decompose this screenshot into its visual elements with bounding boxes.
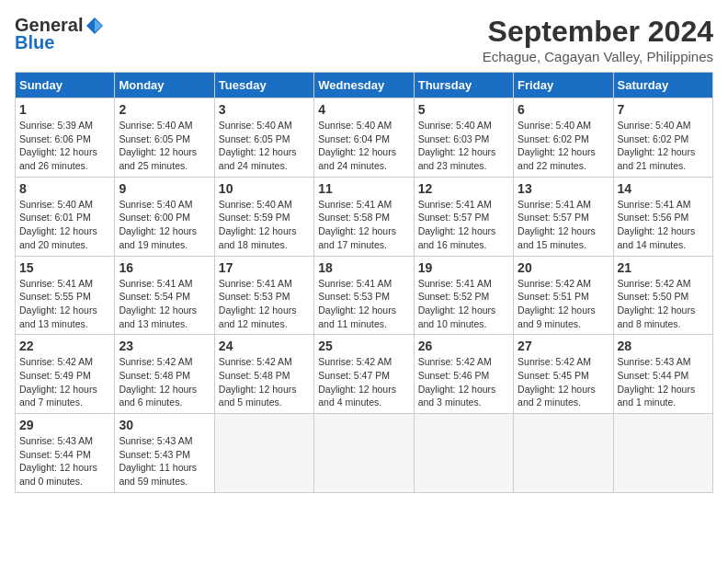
- day-number: 20: [518, 260, 609, 275]
- location-subtitle: Echague, Cagayan Valley, Philippines: [483, 49, 713, 64]
- day-info: Sunrise: 5:40 AM Sunset: 6:04 PM Dayligh…: [318, 119, 409, 173]
- day-info: Sunrise: 5:41 AM Sunset: 5:57 PM Dayligh…: [418, 198, 509, 252]
- header: General Blue September 2024 Echague, Cag…: [15, 15, 713, 64]
- day-info: Sunrise: 5:42 AM Sunset: 5:48 PM Dayligh…: [219, 355, 310, 409]
- week-row-5: 29Sunrise: 5:43 AM Sunset: 5:44 PM Dayli…: [16, 414, 713, 493]
- day-number: 18: [318, 260, 409, 275]
- calendar-cell: 13Sunrise: 5:41 AM Sunset: 5:57 PM Dayli…: [514, 177, 613, 256]
- calendar-cell: 5Sunrise: 5:40 AM Sunset: 6:03 PM Daylig…: [414, 98, 513, 178]
- day-info: Sunrise: 5:40 AM Sunset: 6:03 PM Dayligh…: [418, 119, 509, 173]
- day-info: Sunrise: 5:39 AM Sunset: 6:06 PM Dayligh…: [19, 119, 110, 173]
- day-info: Sunrise: 5:42 AM Sunset: 5:51 PM Dayligh…: [518, 277, 609, 331]
- day-info: Sunrise: 5:40 AM Sunset: 6:01 PM Dayligh…: [19, 198, 110, 252]
- day-number: 7: [618, 102, 709, 117]
- weekday-header-friday: Friday: [514, 73, 613, 98]
- calendar-cell: 19Sunrise: 5:41 AM Sunset: 5:52 PM Dayli…: [414, 256, 513, 335]
- day-info: Sunrise: 5:43 AM Sunset: 5:44 PM Dayligh…: [19, 434, 110, 488]
- calendar-cell: [613, 414, 712, 493]
- calendar: SundayMondayTuesdayWednesdayThursdayFrid…: [15, 72, 713, 493]
- calendar-cell: 14Sunrise: 5:41 AM Sunset: 5:56 PM Dayli…: [613, 177, 712, 256]
- calendar-body: 1Sunrise: 5:39 AM Sunset: 6:06 PM Daylig…: [16, 98, 713, 493]
- calendar-cell: 4Sunrise: 5:40 AM Sunset: 6:04 PM Daylig…: [314, 98, 414, 178]
- day-info: Sunrise: 5:40 AM Sunset: 6:02 PM Dayligh…: [518, 119, 609, 173]
- weekday-header-saturday: Saturday: [613, 73, 712, 98]
- calendar-cell: [314, 414, 414, 493]
- calendar-cell: 21Sunrise: 5:42 AM Sunset: 5:50 PM Dayli…: [613, 256, 712, 335]
- day-number: 14: [618, 181, 709, 196]
- weekday-header-wednesday: Wednesday: [314, 73, 414, 98]
- day-number: 19: [418, 260, 509, 275]
- day-number: 28: [618, 339, 709, 353]
- day-info: Sunrise: 5:42 AM Sunset: 5:49 PM Dayligh…: [19, 355, 110, 409]
- day-number: 10: [219, 181, 310, 196]
- calendar-cell: [414, 414, 513, 493]
- day-info: Sunrise: 5:42 AM Sunset: 5:50 PM Dayligh…: [618, 277, 709, 331]
- month-title: September 2024: [483, 15, 713, 49]
- day-number: 23: [119, 339, 210, 353]
- calendar-cell: 29Sunrise: 5:43 AM Sunset: 5:44 PM Dayli…: [16, 414, 115, 493]
- calendar-cell: 3Sunrise: 5:40 AM Sunset: 6:05 PM Daylig…: [214, 98, 313, 178]
- logo-icon: [85, 16, 105, 36]
- day-number: 16: [119, 260, 210, 275]
- day-number: 27: [518, 339, 609, 353]
- calendar-cell: 18Sunrise: 5:41 AM Sunset: 5:53 PM Dayli…: [314, 256, 414, 335]
- weekday-header-tuesday: Tuesday: [214, 73, 313, 98]
- calendar-cell: 8Sunrise: 5:40 AM Sunset: 6:01 PM Daylig…: [16, 177, 115, 256]
- day-number: 21: [618, 260, 709, 275]
- day-number: 5: [418, 102, 509, 117]
- week-row-4: 22Sunrise: 5:42 AM Sunset: 5:49 PM Dayli…: [16, 335, 713, 414]
- logo: General Blue: [15, 15, 105, 53]
- calendar-cell: 1Sunrise: 5:39 AM Sunset: 6:06 PM Daylig…: [16, 98, 115, 178]
- day-number: 8: [19, 181, 110, 196]
- day-number: 4: [318, 102, 409, 117]
- weekday-header-thursday: Thursday: [414, 73, 513, 98]
- calendar-cell: 22Sunrise: 5:42 AM Sunset: 5:49 PM Dayli…: [16, 335, 115, 414]
- day-number: 9: [119, 181, 210, 196]
- week-row-3: 15Sunrise: 5:41 AM Sunset: 5:55 PM Dayli…: [16, 256, 713, 335]
- day-number: 26: [418, 339, 509, 353]
- calendar-cell: 16Sunrise: 5:41 AM Sunset: 5:54 PM Dayli…: [115, 256, 214, 335]
- weekday-header-sunday: Sunday: [16, 73, 115, 98]
- day-info: Sunrise: 5:41 AM Sunset: 5:58 PM Dayligh…: [318, 198, 409, 252]
- calendar-cell: 10Sunrise: 5:40 AM Sunset: 5:59 PM Dayli…: [214, 177, 313, 256]
- day-info: Sunrise: 5:41 AM Sunset: 5:52 PM Dayligh…: [418, 277, 509, 331]
- day-number: 6: [518, 102, 609, 117]
- day-info: Sunrise: 5:41 AM Sunset: 5:57 PM Dayligh…: [518, 198, 609, 252]
- day-info: Sunrise: 5:42 AM Sunset: 5:47 PM Dayligh…: [318, 355, 409, 409]
- day-info: Sunrise: 5:42 AM Sunset: 5:45 PM Dayligh…: [518, 355, 609, 409]
- calendar-cell: 12Sunrise: 5:41 AM Sunset: 5:57 PM Dayli…: [414, 177, 513, 256]
- week-row-1: 1Sunrise: 5:39 AM Sunset: 6:06 PM Daylig…: [16, 98, 713, 178]
- day-info: Sunrise: 5:42 AM Sunset: 5:48 PM Dayligh…: [119, 355, 210, 409]
- calendar-cell: 17Sunrise: 5:41 AM Sunset: 5:53 PM Dayli…: [214, 256, 313, 335]
- day-number: 15: [19, 260, 110, 275]
- day-number: 12: [418, 181, 509, 196]
- day-info: Sunrise: 5:41 AM Sunset: 5:56 PM Dayligh…: [618, 198, 709, 252]
- day-info: Sunrise: 5:40 AM Sunset: 6:00 PM Dayligh…: [119, 198, 210, 252]
- day-number: 1: [19, 102, 110, 117]
- day-info: Sunrise: 5:43 AM Sunset: 5:44 PM Dayligh…: [618, 355, 709, 409]
- day-number: 30: [119, 418, 210, 432]
- calendar-cell: 27Sunrise: 5:42 AM Sunset: 5:45 PM Dayli…: [514, 335, 613, 414]
- calendar-cell: 30Sunrise: 5:43 AM Sunset: 5:43 PM Dayli…: [115, 414, 214, 493]
- calendar-cell: 28Sunrise: 5:43 AM Sunset: 5:44 PM Dayli…: [613, 335, 712, 414]
- day-number: 25: [318, 339, 409, 353]
- day-number: 2: [119, 102, 210, 117]
- calendar-cell: [214, 414, 313, 493]
- day-number: 3: [219, 102, 310, 117]
- logo-blue: Blue: [15, 32, 54, 53]
- week-row-2: 8Sunrise: 5:40 AM Sunset: 6:01 PM Daylig…: [16, 177, 713, 256]
- day-info: Sunrise: 5:40 AM Sunset: 6:02 PM Dayligh…: [618, 119, 709, 173]
- day-info: Sunrise: 5:41 AM Sunset: 5:54 PM Dayligh…: [119, 277, 210, 331]
- day-info: Sunrise: 5:40 AM Sunset: 6:05 PM Dayligh…: [219, 119, 310, 173]
- calendar-cell: 25Sunrise: 5:42 AM Sunset: 5:47 PM Dayli…: [314, 335, 414, 414]
- day-number: 24: [219, 339, 310, 353]
- day-number: 11: [318, 181, 409, 196]
- day-number: 22: [19, 339, 110, 353]
- day-info: Sunrise: 5:40 AM Sunset: 5:59 PM Dayligh…: [219, 198, 310, 252]
- calendar-cell: 11Sunrise: 5:41 AM Sunset: 5:58 PM Dayli…: [314, 177, 414, 256]
- calendar-cell: 2Sunrise: 5:40 AM Sunset: 6:05 PM Daylig…: [115, 98, 214, 178]
- day-info: Sunrise: 5:41 AM Sunset: 5:55 PM Dayligh…: [19, 277, 110, 331]
- calendar-cell: 15Sunrise: 5:41 AM Sunset: 5:55 PM Dayli…: [16, 256, 115, 335]
- calendar-cell: 23Sunrise: 5:42 AM Sunset: 5:48 PM Dayli…: [115, 335, 214, 414]
- weekday-header-monday: Monday: [115, 73, 214, 98]
